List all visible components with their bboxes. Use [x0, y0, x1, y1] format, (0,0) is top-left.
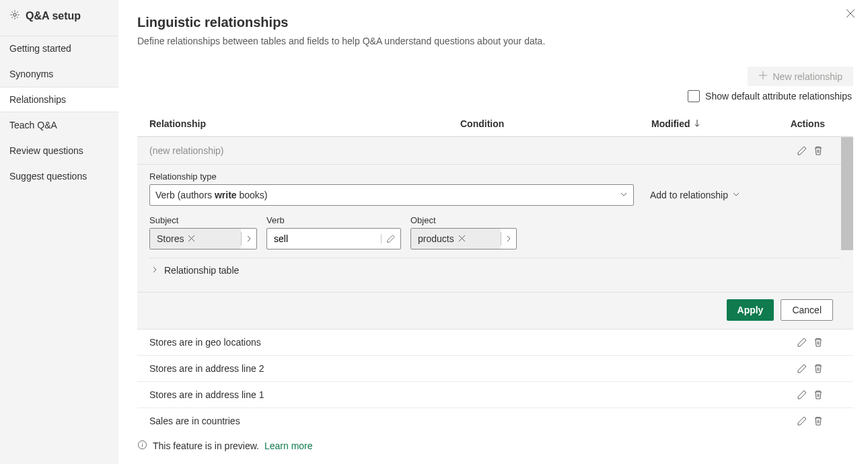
sidebar-item-getting-started[interactable]: Getting started — [0, 36, 118, 61]
object-value: products — [418, 233, 454, 244]
clear-object-icon[interactable] — [458, 233, 466, 244]
subject-input[interactable]: Stores — [149, 228, 257, 249]
chevron-down-icon — [620, 190, 628, 200]
new-relationship-label: New relationship — [773, 71, 843, 82]
preview-text: This feature is in preview. — [153, 440, 259, 451]
chevron-down-icon — [732, 190, 740, 200]
page-title: Linguistic relationships — [137, 15, 853, 30]
verb-edit-icon[interactable] — [381, 234, 400, 243]
table-row[interactable]: Stores are in geo locations — [137, 330, 853, 356]
main: Linguistic relationships Define relation… — [118, 0, 868, 464]
chevron-right-icon — [151, 265, 159, 276]
footer: This feature is in preview. Learn more — [137, 428, 853, 464]
verb-input[interactable] — [267, 229, 381, 249]
sidebar-header: Q&A setup — [0, 0, 118, 32]
table-header: Relationship Condition Modified Actions — [137, 112, 853, 137]
edit-icon[interactable] — [797, 389, 807, 400]
delete-icon[interactable] — [813, 363, 824, 374]
gear-icon — [9, 9, 20, 22]
row-text: Stores are in geo locations — [147, 337, 797, 348]
subject-label: Subject — [149, 215, 257, 225]
relationships-table: Relationship Condition Modified Actions … — [137, 112, 853, 428]
show-defaults-label: Show default attribute relationships — [705, 91, 852, 102]
delete-icon[interactable] — [813, 416, 824, 426]
sidebar-item-review-questions[interactable]: Review questions — [0, 138, 118, 163]
clear-subject-icon[interactable] — [188, 233, 195, 244]
relationship-type-label: Relationship type — [149, 171, 841, 182]
edit-icon[interactable] — [797, 145, 807, 156]
sidebar-item-relationships[interactable]: Relationships — [0, 87, 118, 112]
column-relationship[interactable]: Relationship — [147, 118, 460, 129]
delete-icon[interactable] — [813, 145, 824, 156]
form-area: Relationship type Verb (authors write bo… — [137, 165, 853, 292]
cancel-button[interactable]: Cancel — [781, 299, 833, 321]
edit-icon[interactable] — [797, 337, 807, 348]
edit-icon[interactable] — [797, 416, 807, 426]
table-row[interactable]: Stores are in address line 2 — [137, 356, 853, 382]
verb-field-group: Verb — [266, 215, 401, 249]
add-to-relationship-label: Add to relationship — [650, 190, 728, 200]
plus-icon — [758, 71, 768, 82]
table-row[interactable]: Stores are in address line 1 — [137, 382, 853, 408]
subject-chip: Stores — [150, 229, 241, 249]
relationship-table-label: Relationship table — [164, 265, 239, 276]
relationship-table-toggle[interactable]: Relationship table — [149, 258, 841, 282]
edit-icon[interactable] — [797, 363, 807, 374]
action-buttons: Apply Cancel — [137, 292, 853, 329]
delete-icon[interactable] — [813, 337, 824, 348]
object-chip: products — [411, 229, 501, 249]
scrollbar[interactable] — [841, 137, 853, 250]
sidebar-item-synonyms[interactable]: Synonyms — [0, 61, 118, 87]
subject-field-group: Subject Stores — [149, 215, 257, 249]
add-to-relationship-button[interactable]: Add to relationship — [650, 190, 740, 200]
verb-input-wrap — [266, 228, 401, 249]
column-modified[interactable]: Modified — [651, 118, 786, 129]
edit-panel: (new relationship) Relationship type Ver… — [137, 137, 853, 330]
show-defaults-checkbox[interactable] — [688, 90, 700, 102]
new-relationship-button[interactable]: New relationship — [748, 67, 854, 86]
row-text: Sales are in countries — [147, 416, 797, 426]
learn-more-link[interactable]: Learn more — [264, 440, 313, 451]
scrollbar-thumb[interactable] — [841, 137, 853, 250]
show-defaults-row: Show default attribute relationships — [137, 90, 853, 102]
sidebar-item-suggest-questions[interactable]: Suggest questions — [0, 163, 118, 189]
column-condition[interactable]: Condition — [460, 118, 651, 129]
relationship-type-value: Verb (authors write books) — [155, 190, 268, 200]
sidebar-title: Q&A setup — [26, 10, 81, 22]
sidebar: Q&A setup Getting started Synonyms Relat… — [0, 0, 118, 464]
apply-button[interactable]: Apply — [727, 299, 774, 321]
new-relationship-placeholder: (new relationship) — [147, 145, 797, 156]
column-modified-label: Modified — [651, 118, 690, 129]
info-icon — [137, 440, 147, 452]
object-expand-icon[interactable] — [501, 235, 516, 242]
subject-expand-icon[interactable] — [242, 235, 256, 242]
sidebar-item-teach-qa[interactable]: Teach Q&A — [0, 112, 118, 138]
object-field-group: Object products — [410, 215, 517, 249]
delete-icon[interactable] — [813, 389, 824, 400]
row-text: Stores are in address line 1 — [147, 389, 797, 400]
new-relationship-row: (new relationship) — [137, 137, 853, 165]
column-actions: Actions — [786, 118, 844, 129]
sort-down-icon — [693, 118, 701, 129]
row-text: Stores are in address line 2 — [147, 363, 797, 374]
relationship-type-select[interactable]: Verb (authors write books) — [149, 184, 634, 206]
verb-label: Verb — [266, 215, 401, 225]
close-button[interactable] — [845, 8, 856, 21]
page-subtitle: Define relationships between tables and … — [137, 36, 853, 46]
svg-point-0 — [13, 13, 16, 16]
toolbar: New relationship — [137, 67, 853, 86]
object-label: Object — [410, 215, 517, 225]
table-row[interactable]: Sales are in countries — [137, 408, 853, 428]
object-input[interactable]: products — [410, 228, 517, 249]
subject-value: Stores — [157, 233, 184, 244]
